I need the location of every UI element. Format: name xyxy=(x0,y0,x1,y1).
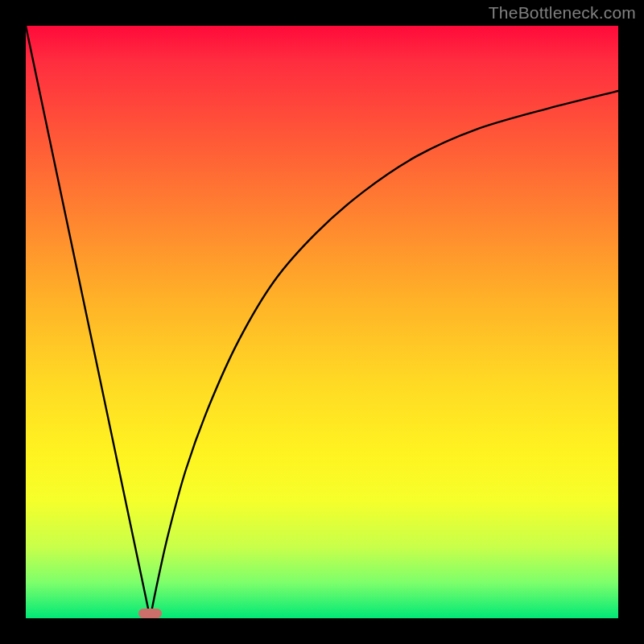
curve-right-branch xyxy=(151,91,618,618)
plot-area xyxy=(26,26,618,618)
curve-svg xyxy=(26,26,618,618)
chart-frame: TheBottleneck.com xyxy=(0,0,644,644)
watermark-text: TheBottleneck.com xyxy=(489,3,636,23)
curve-left-branch xyxy=(26,26,151,618)
minimum-indicator xyxy=(138,609,162,618)
